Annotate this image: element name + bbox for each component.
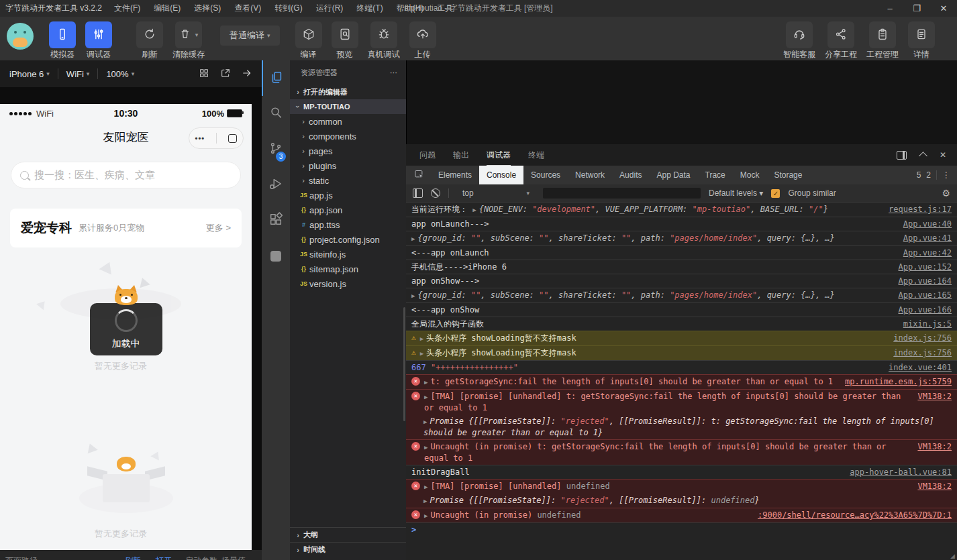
panel-tab[interactable]: 调试器 — [487, 145, 511, 166]
console-row[interactable]: <---app onLaunchApp.vue:42 — [406, 245, 957, 260]
menu-item[interactable]: 转到(G) — [268, 3, 309, 14]
console-row[interactable]: ✕▶[TMA] [promise] [unhandled] undefinedV… — [406, 479, 957, 494]
explorer-scrollbar[interactable] — [403, 307, 405, 421]
clear-console-icon[interactable] — [431, 188, 440, 198]
inspect-element-icon[interactable] — [414, 169, 424, 181]
source-link[interactable]: App.vue:41 — [903, 233, 952, 243]
source-link[interactable]: index.vue:401 — [889, 362, 952, 373]
console-sidebar-icon[interactable] — [413, 188, 423, 198]
compile-mode-select[interactable]: 普通编译▾ — [220, 25, 280, 46]
more-link[interactable]: 更多 > — [206, 222, 231, 234]
activity-source-control[interactable]: 3 — [262, 131, 290, 167]
devtools-tab[interactable]: Console — [479, 166, 523, 184]
status-strip-item[interactable]: 场景值 — [221, 555, 246, 560]
resize-grip[interactable]: ◢ — [950, 553, 955, 559]
source-link[interactable]: VM138:2 — [917, 441, 952, 452]
activity-project[interactable] — [262, 238, 290, 274]
clear-cache-button[interactable]: ▾ 清除缓存 — [172, 21, 205, 60]
maximize-panel-icon[interactable] — [919, 152, 927, 160]
menu-item[interactable]: 查看(V) — [228, 3, 268, 14]
more-menu-button[interactable]: ••• — [195, 134, 205, 142]
refresh-button[interactable]: 刷新 — [136, 21, 163, 60]
tree-item[interactable]: › JS app.js — [290, 188, 406, 203]
network-select[interactable]: WiFi — [66, 69, 84, 79]
activity-extensions[interactable] — [262, 203, 290, 238]
pet-section-card[interactable]: 爱宠专科 累计服务0只宠物 更多 > — [10, 209, 242, 247]
zoom-select[interactable]: 100% — [106, 69, 128, 79]
source-link[interactable]: mp.runtime.esm.js:5759 — [845, 376, 952, 387]
panel-layout-icon[interactable] — [897, 151, 907, 160]
source-link[interactable]: App.vue:40 — [903, 219, 952, 229]
console-row[interactable]: > — [406, 522, 957, 537]
close-button[interactable]: ✕ — [930, 0, 957, 17]
minimize-button[interactable]: – — [876, 0, 903, 17]
tree-item[interactable]: › plugins — [290, 158, 406, 173]
console-row[interactable]: 手机信息---->iPhone 6App.vue:152 — [406, 260, 957, 274]
source-link[interactable]: index.js:756 — [893, 333, 952, 343]
outline-section[interactable]: ›大纲 — [290, 527, 406, 542]
debugger-button[interactable]: 调试器 — [85, 21, 112, 60]
devtools-tab[interactable]: Sources — [523, 166, 568, 184]
console-row[interactable]: ✕▶Uncaught (in promise) undefined:9000/s… — [406, 508, 957, 522]
user-avatar[interactable] — [7, 23, 34, 50]
source-link[interactable]: App.vue:42 — [903, 247, 952, 258]
devtools-tab[interactable]: Elements — [431, 166, 479, 184]
panel-tab[interactable]: 输出 — [453, 145, 469, 166]
kebab-menu-icon[interactable]: ⋮ — [942, 170, 950, 180]
source-link[interactable]: :9000/shell/resource…acy%22%3A65%7D%7D:1 — [758, 510, 952, 520]
open-editors-section[interactable]: › 打开的编辑器 — [290, 85, 406, 99]
source-link[interactable]: VM138:2 — [917, 391, 952, 402]
source-link[interactable]: App.vue:166 — [899, 304, 952, 315]
detail-button[interactable]: 详情 — [908, 21, 935, 60]
close-capsule-button[interactable] — [228, 134, 237, 143]
devtools-tab[interactable]: App Data — [649, 166, 697, 184]
search-input[interactable]: 搜一搜：医生、疾病、文章 — [11, 162, 241, 188]
activity-explorer[interactable] — [262, 60, 290, 96]
activity-search[interactable] — [262, 96, 290, 131]
console-row[interactable]: ✕▶[TMA] [promise] [unhandled] t: getStor… — [406, 389, 957, 414]
screenshot-icon[interactable] — [220, 68, 231, 80]
detach-arrow-icon[interactable] — [242, 68, 252, 80]
preview-button[interactable]: 预览 — [332, 21, 358, 60]
console-row[interactable]: app onLaunch--->App.vue:40 — [406, 217, 957, 231]
console-row[interactable]: app onShow--->App.vue:164 — [406, 274, 957, 288]
console-subrow[interactable]: ▶Promise {[[PromiseState]]: "rejected", … — [406, 494, 957, 508]
source-link[interactable]: VM138:2 — [917, 481, 952, 492]
console-filter-input[interactable] — [543, 188, 701, 199]
devtools-tab[interactable]: Storage — [766, 166, 809, 184]
timeline-section[interactable]: ›时间线 — [290, 542, 406, 557]
panel-tab[interactable]: 终端 — [528, 145, 544, 166]
tree-item[interactable]: › # app.ttss — [290, 217, 406, 232]
tree-item[interactable]: › {} app.json — [290, 203, 406, 217]
context-select[interactable]: top ▾ — [457, 188, 535, 198]
share-project-button[interactable]: 分享工程 — [825, 21, 857, 60]
console-row[interactable]: 全局混入的钩子函数mixin.js:5 — [406, 317, 957, 331]
tree-item[interactable]: › static — [290, 173, 406, 188]
source-link[interactable]: app-hover-ball.vue:81 — [850, 467, 952, 478]
project-root-item[interactable]: › MP-TOUTIAO — [290, 99, 406, 114]
simulator-button[interactable]: 模拟器 — [49, 21, 76, 60]
devtools-tab[interactable]: Trace — [698, 166, 733, 184]
status-strip-item[interactable]: 启动参数 — [185, 555, 217, 560]
device-select[interactable]: iPhone 6 — [9, 69, 44, 79]
tree-item[interactable]: › {} project.config.json — [290, 232, 406, 247]
menu-item[interactable]: 终端(T) — [350, 3, 389, 14]
tree-item[interactable]: › components — [290, 129, 406, 144]
console-row[interactable]: ▶{group_id: "", subScene: "", shareTicke… — [406, 288, 957, 302]
console-row[interactable]: ✕▶t: getStorageSync:fail the length of i… — [406, 374, 957, 389]
log-levels-select[interactable]: Default levels ▾ — [709, 188, 763, 198]
menu-item[interactable]: 运行(R) — [309, 3, 350, 14]
tree-item[interactable]: › {} sitemap.json — [290, 262, 406, 276]
smart-service-button[interactable]: 智能客服 — [783, 21, 815, 60]
compile-button[interactable]: 编译 — [295, 21, 322, 60]
source-link[interactable]: request.js:17 — [889, 204, 952, 215]
tree-item[interactable]: › pages — [290, 144, 406, 158]
source-link[interactable]: mixin.js:5 — [903, 319, 952, 329]
console-settings-icon[interactable]: ⚙ — [942, 188, 950, 199]
devtools-tab[interactable]: Mock — [733, 166, 767, 184]
tree-item[interactable]: › common — [290, 114, 406, 129]
upload-button[interactable]: 上传 — [409, 21, 436, 60]
menu-item[interactable]: 编辑(E) — [147, 3, 187, 14]
console-row[interactable]: ⚠▶头条小程序 showLoading暂不支持maskindex.js:756 — [406, 345, 957, 360]
devtools-tab[interactable]: Network — [568, 166, 612, 184]
